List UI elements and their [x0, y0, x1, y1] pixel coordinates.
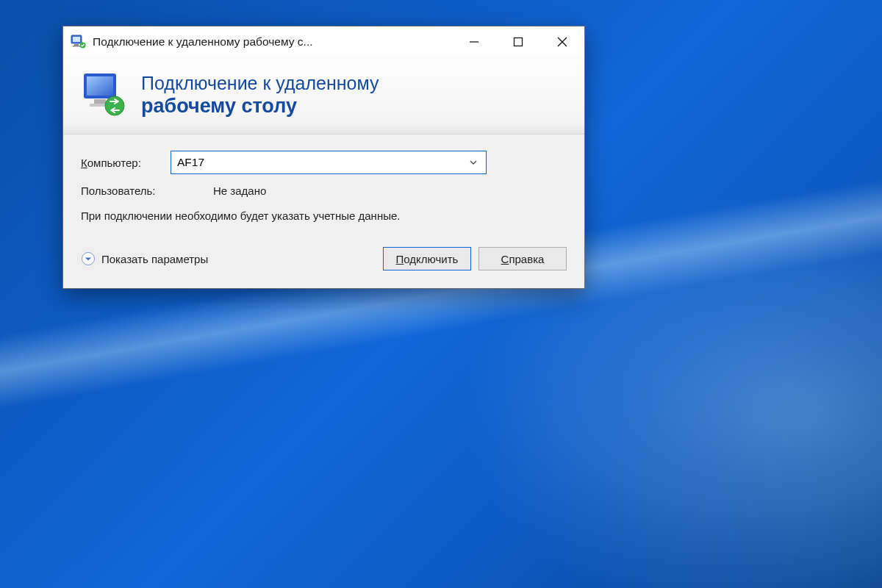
computer-input[interactable] — [177, 156, 467, 169]
titlebar[interactable]: Подключение к удаленному рабочему с... — [63, 26, 584, 57]
show-options-toggle[interactable]: Показать параметры — [81, 251, 208, 266]
svg-rect-3 — [73, 46, 80, 47]
minimize-button[interactable] — [452, 26, 496, 57]
connect-button[interactable]: Подключить — [383, 247, 471, 270]
close-button[interactable] — [540, 26, 584, 57]
window-controls — [452, 26, 584, 57]
banner-line-2: рабочему столу — [141, 94, 379, 118]
app-icon — [71, 35, 87, 49]
rdp-icon — [79, 71, 128, 119]
chevron-down-icon[interactable] — [467, 158, 480, 167]
user-value: Не задано — [213, 184, 266, 197]
svg-rect-1 — [73, 37, 80, 42]
computer-combobox[interactable] — [171, 151, 487, 174]
svg-rect-2 — [74, 44, 79, 46]
info-text: При подключении необходимо будет указать… — [81, 209, 456, 223]
user-label: Пользователь: — [81, 184, 213, 197]
banner-text: Подключение к удаленному рабочему столу — [141, 72, 379, 118]
banner: Подключение к удаленному рабочему столу — [63, 57, 584, 135]
svg-rect-11 — [94, 99, 106, 104]
rdp-dialog: Подключение к удаленному рабочему с... — [62, 26, 585, 289]
banner-line-1: Подключение к удаленному — [141, 72, 379, 94]
computer-label: Компьютер: — [81, 157, 171, 169]
window-title: Подключение к удаленному рабочему с... — [93, 35, 452, 49]
svg-rect-10 — [87, 76, 113, 96]
expand-down-icon — [81, 251, 96, 266]
svg-rect-6 — [514, 38, 523, 46]
maximize-button[interactable] — [496, 26, 540, 57]
dialog-body: Компьютер: Пользователь: Не задано При п… — [63, 135, 584, 288]
help-button[interactable]: Справка — [478, 247, 567, 270]
